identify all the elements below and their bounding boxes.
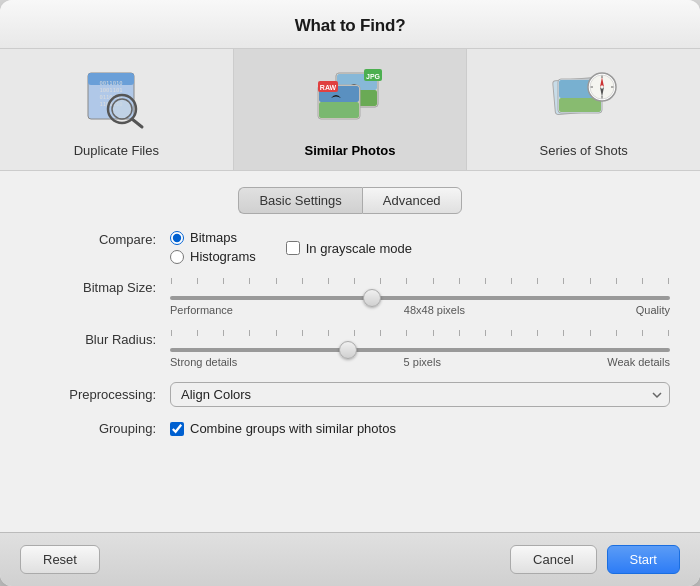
category-selector: 0011010 1001101 0110101 1100110 Duplicat… <box>0 49 700 171</box>
grouping-label: Grouping: <box>30 421 170 436</box>
blur-radius-ticks <box>170 330 670 336</box>
dialog-title: What to Find? <box>20 16 680 36</box>
radio-bitmaps-input[interactable] <box>170 231 184 245</box>
bitmap-size-row: Bitmap Size: <box>30 278 670 316</box>
compare-right: In grayscale mode <box>286 230 412 264</box>
bitmap-size-label: Bitmap Size: <box>30 278 170 295</box>
grayscale-label: In grayscale mode <box>306 241 412 256</box>
svg-rect-17 <box>319 102 359 118</box>
grouping-checkbox[interactable] <box>170 422 184 436</box>
blur-radius-right: Weak details <box>607 356 670 368</box>
grayscale-checkbox-label[interactable]: In grayscale mode <box>286 241 412 256</box>
cancel-button[interactable]: Cancel <box>510 545 596 574</box>
series-of-shots-icon <box>548 63 620 135</box>
title-bar: What to Find? <box>0 0 700 49</box>
bitmap-size-slider-container: Performance 48x48 pixels Quality <box>170 278 670 316</box>
preprocessing-dropdown[interactable]: Align Colors None Normalize <box>170 382 670 407</box>
radio-bitmaps-label: Bitmaps <box>190 230 237 245</box>
bitmap-size-ticks <box>170 278 670 284</box>
bitmap-size-slider[interactable] <box>170 296 670 300</box>
duplicate-files-icon: 0011010 1001101 0110101 1100110 <box>80 63 152 135</box>
category-similar-photos[interactable]: JPG RAW Similar Photos <box>234 49 468 170</box>
radio-bitmaps[interactable]: Bitmaps <box>170 230 256 245</box>
start-button[interactable]: Start <box>607 545 680 574</box>
svg-rect-23 <box>559 98 601 112</box>
preprocessing-label: Preprocessing: <box>30 387 170 402</box>
main-content: Basic Settings Advanced Compare: Bitmaps… <box>0 171 700 532</box>
blur-radius-left: Strong details <box>170 356 237 368</box>
grouping-checkbox-text: Combine groups with similar photos <box>190 421 396 436</box>
bitmap-size-left: Performance <box>170 304 233 316</box>
compare-label: Compare: <box>30 230 170 247</box>
category-series-of-shots-label: Series of Shots <box>540 143 628 158</box>
compare-row: Compare: Bitmaps Histograms In grays <box>30 230 670 264</box>
grayscale-checkbox[interactable] <box>286 241 300 255</box>
category-series-of-shots[interactable]: Series of Shots <box>467 49 700 170</box>
bitmap-size-right: Quality <box>636 304 670 316</box>
blur-radius-center: 5 pixels <box>404 356 441 368</box>
blur-radius-row: Blur Radius: <box>30 330 670 368</box>
reset-button[interactable]: Reset <box>20 545 100 574</box>
tabs: Basic Settings Advanced <box>30 187 670 214</box>
preprocessing-row: Preprocessing: Align Colors None Normali… <box>30 382 670 407</box>
radio-histograms[interactable]: Histograms <box>170 249 256 264</box>
blur-radius-slider[interactable] <box>170 348 670 352</box>
similar-photos-icon: JPG RAW <box>314 63 386 135</box>
compare-content: Bitmaps Histograms In grayscale mode <box>170 230 670 264</box>
dialog: What to Find? 0011010 1001101 0110101 11… <box>0 0 700 586</box>
grouping-content: Combine groups with similar photos <box>170 421 670 436</box>
svg-point-7 <box>112 99 132 119</box>
blur-radius-slider-container: Strong details 5 pixels Weak details <box>170 330 670 368</box>
category-similar-photos-label: Similar Photos <box>304 143 395 158</box>
radio-histograms-input[interactable] <box>170 250 184 264</box>
svg-text:JPG: JPG <box>366 73 381 80</box>
bitmap-size-content: Performance 48x48 pixels Quality <box>170 278 670 316</box>
radio-histograms-label: Histograms <box>190 249 256 264</box>
compare-options: Bitmaps Histograms <box>170 230 256 264</box>
blur-radius-content: Strong details 5 pixels Weak details <box>170 330 670 368</box>
category-duplicate-files[interactable]: 0011010 1001101 0110101 1100110 Duplicat… <box>0 49 234 170</box>
category-duplicate-files-label: Duplicate Files <box>74 143 159 158</box>
bitmap-size-center: 48x48 pixels <box>404 304 465 316</box>
tab-basic-settings[interactable]: Basic Settings <box>238 187 361 214</box>
preprocessing-content: Align Colors None Normalize <box>170 382 670 407</box>
right-buttons: Cancel Start <box>510 545 680 574</box>
svg-line-8 <box>132 119 142 127</box>
svg-text:1001101: 1001101 <box>100 87 123 93</box>
grouping-row: Grouping: Combine groups with similar ph… <box>30 421 670 436</box>
svg-text:RAW: RAW <box>320 84 337 91</box>
svg-text:0011010: 0011010 <box>100 80 123 86</box>
blur-radius-label: Blur Radius: <box>30 330 170 347</box>
bottom-bar: Reset Cancel Start <box>0 532 700 586</box>
grouping-checkbox-label[interactable]: Combine groups with similar photos <box>170 421 670 436</box>
tab-advanced[interactable]: Advanced <box>362 187 462 214</box>
